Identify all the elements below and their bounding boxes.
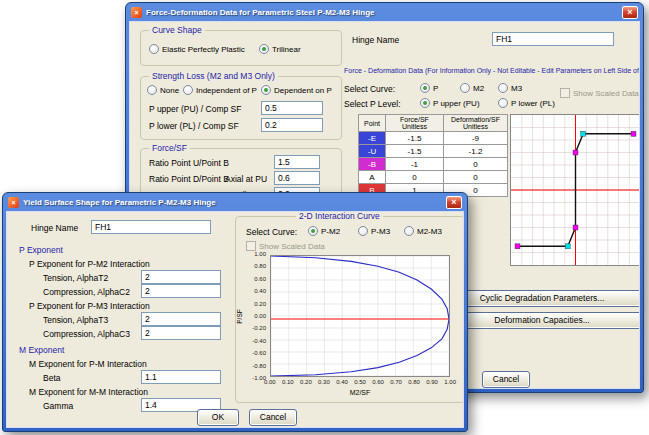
hinge-name-label: Hinge Name [31, 223, 78, 233]
x-axis-ticks: 0.000.100.200.300.400.500.600.700.800.90… [264, 379, 456, 385]
interaction-plot [270, 255, 450, 377]
select-p-level-label: Select P Level: [344, 99, 401, 109]
radio-selected-icon [420, 83, 430, 93]
radio-none[interactable]: None [147, 85, 179, 95]
col-deformation-sf: Deformation/SF Unitless [444, 115, 508, 132]
fd-section-heading: Force - Deformation Data (For Informatio… [344, 67, 640, 74]
yield-surface-title: Yield Surface Shape for Parametric P-M2-… [23, 198, 442, 207]
show-scaled-data-checkbox[interactable]: Show Scaled Data [560, 88, 639, 98]
p-upper-input[interactable]: 0.5 [261, 101, 323, 115]
force-deformation-titlebar[interactable]: × Force-Deformation Data for Parametric … [129, 3, 640, 21]
show-scaled-data-checkbox[interactable]: Show Scaled Data [246, 241, 325, 251]
y-axis-ticks: 1.000.800.600.400.200.00-0.20-0.40-0.60-… [238, 251, 266, 381]
yield-surface-titlebar[interactable]: × Yield Surface Shape for Parametric P-M… [6, 193, 464, 211]
cyclic-degradation-button[interactable]: Cyclic Degradation Parameters... [442, 290, 640, 307]
force-deformation-close-button[interactable]: × [622, 6, 638, 19]
radio-icon [149, 44, 159, 54]
front-cancel-button[interactable]: Cancel [249, 409, 297, 426]
deformation-cell: 0 [444, 158, 508, 171]
checkbox-label: Show Scaled Data [259, 242, 325, 251]
table-row[interactable]: -B -1 0 [359, 158, 508, 171]
force-sf-heading: Force/SF [149, 143, 190, 153]
ratio-u-label: Ratio Point U/Point B [149, 158, 229, 168]
radio-label: P-M2 [321, 227, 340, 236]
close-icon: × [451, 197, 456, 207]
radio-label: P upper (PU) [433, 99, 480, 108]
radio-p-m3[interactable]: P-M3 [358, 226, 390, 236]
ratio-d-label: Ratio Point D/Point B [149, 174, 229, 184]
force-deformation-plot [510, 114, 640, 266]
tension-alphat3-label: Tension, AlphaT3 [43, 315, 108, 325]
hinge-name-value[interactable]: FH1 [91, 220, 211, 234]
pm3-heading: P Exponent for P-M3 Interaction [29, 301, 150, 311]
radio-curve-m3[interactable]: M3 [498, 83, 522, 93]
point-cell: -E [359, 132, 386, 145]
force-cell: 0 [386, 171, 444, 184]
compression-alphac2-label: Compression, AlphaC2 [43, 287, 130, 297]
app-icon: × [8, 197, 19, 208]
interaction-curve-heading: 2-D Interaction Curve [296, 211, 383, 221]
tension-alphat3-input[interactable]: 2 [141, 312, 221, 326]
radio-label: M2 [473, 84, 484, 93]
radio-p-upper[interactable]: P upper (PU) [420, 98, 480, 108]
x-axis-label: M2/SF [270, 389, 450, 396]
beta-label: Beta [43, 373, 61, 383]
point-cell: A [359, 171, 386, 184]
force-cell: -1.5 [386, 132, 444, 145]
radio-icon [147, 85, 157, 95]
force-deformation-table: Point Force/SF Unitless Deformation/SF U… [358, 114, 508, 197]
radio-independent-of-p[interactable]: Independent of P [183, 85, 257, 95]
radio-icon [404, 226, 414, 236]
select-curve-label: Select Curve: [344, 84, 395, 94]
p-upper-label: P upper (PU) / Comp SF [149, 104, 241, 114]
axial-at-pu-input[interactable]: 0.6 [274, 171, 320, 185]
radio-dependent-on-p[interactable]: Dependent on P [261, 85, 332, 95]
ratio-u-input[interactable]: 1.5 [274, 155, 320, 169]
tension-alphat2-input[interactable]: 2 [141, 270, 221, 284]
radio-curve-p[interactable]: P [420, 83, 438, 93]
radio-icon [358, 226, 368, 236]
radio-selected-icon [261, 85, 271, 95]
mm-heading: M Exponent for M-M Interaction [29, 387, 148, 397]
close-icon: × [627, 7, 632, 17]
ok-button[interactable]: OK [197, 409, 239, 426]
beta-input[interactable]: 1.1 [141, 370, 221, 384]
compression-alphac3-input[interactable]: 2 [141, 326, 221, 340]
radio-curve-m2[interactable]: M2 [460, 83, 484, 93]
radio-elastic-perfectly-plastic[interactable]: Elastic Perfectly Plastic [149, 44, 245, 54]
back-cancel-button[interactable]: Cancel [482, 371, 530, 388]
checkbox-icon [246, 241, 256, 251]
radio-trilinear[interactable]: Trilinear [259, 44, 301, 54]
strength-loss-group: Strength Loss (M2 and M3 Only) None Inde… [140, 76, 342, 140]
radio-icon [498, 98, 508, 108]
table-header-row: Point Force/SF Unitless Deformation/SF U… [359, 115, 508, 132]
radio-p-lower[interactable]: P lower (PL) [498, 98, 555, 108]
radio-icon [498, 83, 508, 93]
radio-selected-icon [259, 44, 269, 54]
deformation-capacities-button[interactable]: Deformation Capacities... [442, 312, 640, 329]
radio-label: P lower (PL) [511, 99, 555, 108]
radio-m2-m3[interactable]: M2-M3 [404, 226, 442, 236]
compression-alphac2-input[interactable]: 2 [141, 284, 221, 298]
gamma-label: Gamma [43, 401, 73, 411]
table-row[interactable]: -E -1.5 -9 [359, 132, 508, 145]
yield-surface-close-button[interactable]: × [446, 196, 462, 209]
table-row[interactable]: A 0 0 [359, 171, 508, 184]
p-lower-input[interactable]: 0.2 [261, 118, 323, 132]
tension-alphat2-label: Tension, AlphaT2 [43, 273, 108, 283]
p-exponent-heading: P Exponent [19, 245, 63, 255]
radio-label: Elastic Perfectly Plastic [162, 45, 245, 54]
radio-label: None [160, 86, 179, 95]
deformation-cell: -1.2 [444, 145, 508, 158]
table-row[interactable]: -U -1.5 -1.2 [359, 145, 508, 158]
force-cell: -1 [386, 158, 444, 171]
radio-p-m2[interactable]: P-M2 [308, 226, 340, 236]
force-deformation-chart [511, 115, 640, 265]
radio-label: Independent of P [196, 86, 257, 95]
radio-label: P [433, 84, 438, 93]
hinge-name-value[interactable]: FH1 [492, 32, 614, 46]
screen: × Force-Deformation Data for Parametric … [0, 0, 649, 435]
force-deformation-title: Force-Deformation Data for Parametric St… [146, 8, 618, 17]
pm2-heading: P Exponent for P-M2 Interaction [29, 259, 150, 269]
radio-label: Trilinear [272, 45, 301, 54]
